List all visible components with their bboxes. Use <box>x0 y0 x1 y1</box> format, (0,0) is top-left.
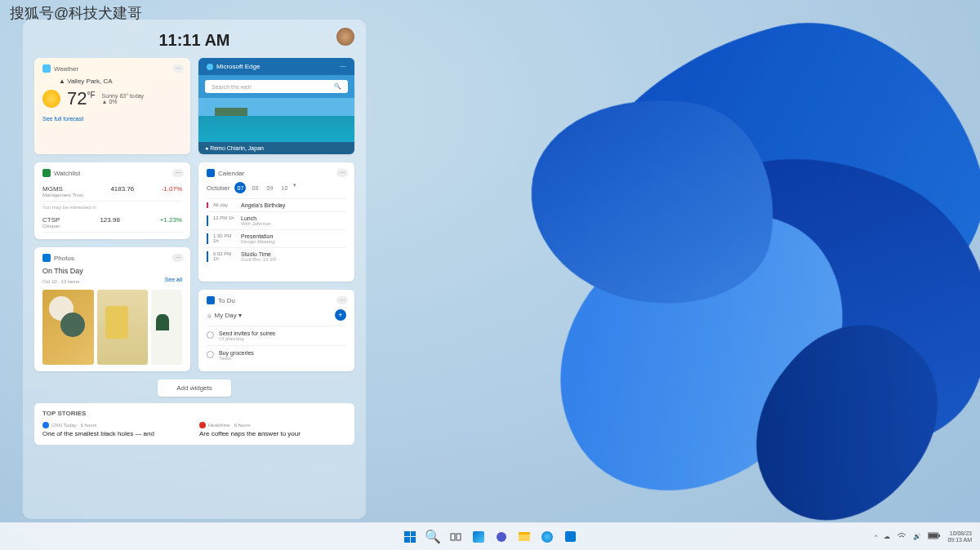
todo-list-selector[interactable]: ☼ My Day ▾ <box>207 312 242 319</box>
calendar-event[interactable]: 6:02 PM 1hStudio TimeConf Rm. 19 2R <box>207 247 346 265</box>
watermark-text: 搜狐号@科技犬建哥 <box>10 3 142 23</box>
panel-clock: 11:11 AM <box>158 31 229 50</box>
calendar-day[interactable]: 08 <box>249 182 261 193</box>
widget-menu-icon[interactable]: ⋯ <box>336 296 348 304</box>
volume-icon[interactable]: 🔊 <box>913 533 921 540</box>
widget-menu-icon[interactable]: ⋯ <box>172 169 184 177</box>
weather-forecast-link[interactable]: See full forecast <box>42 116 182 122</box>
photos-see-all-link[interactable]: See all <box>165 277 182 282</box>
photo-thumbnail[interactable] <box>42 290 94 365</box>
calendar-event[interactable]: 12 PM 1hLunchWith Johnson <box>207 211 346 229</box>
weather-title: Weather <box>54 65 78 73</box>
todo-item[interactable]: Send invites for soireeOf planning <box>207 326 346 345</box>
add-widgets-button[interactable]: Add widgets <box>158 379 231 397</box>
top-stories-widget: TOP STORIES CNN Today · 6 hours One of t… <box>34 403 354 445</box>
add-task-button[interactable]: + <box>335 309 346 321</box>
store-icon[interactable] <box>561 528 579 546</box>
sun-icon <box>42 90 60 108</box>
weather-widget[interactable]: Weather ⋯ ▲ Valley Park, CA 72°F Sunny 8… <box>34 58 190 154</box>
battery-icon[interactable] <box>928 532 941 541</box>
svg-rect-0 <box>451 534 455 540</box>
task-view-icon[interactable] <box>447 528 465 546</box>
calendar-day[interactable]: 10 <box>278 182 290 193</box>
chat-icon[interactable] <box>492 528 510 546</box>
explorer-icon[interactable] <box>515 528 533 546</box>
widgets-panel: 11:11 AM Weather ⋯ ▲ Valley Park, CA 72°… <box>23 20 366 519</box>
calendar-event[interactable]: All dayAngela's Birthday <box>207 198 346 211</box>
photo-thumbnail[interactable] <box>97 290 149 365</box>
chevron-up-icon[interactable]: ^ <box>875 533 878 540</box>
photos-widget[interactable]: Photos ⋯ On This Day Oct 10 · 13 items S… <box>34 247 190 371</box>
search-icon: 🔍 <box>334 83 341 90</box>
calendar-widget[interactable]: Calendar ⋯ October 07 08 09 10 ▾ All day… <box>198 162 354 282</box>
edge-icon[interactable] <box>538 528 556 546</box>
edge-widget[interactable]: Microsoft Edge⋯ Search the web🔍 ● Remo C… <box>198 58 354 154</box>
photos-title: Photos <box>54 255 74 262</box>
todo-item[interactable]: Buy groceriesTasks <box>207 345 346 365</box>
photo-thumbnail[interactable] <box>151 290 182 365</box>
svg-rect-1 <box>457 534 461 540</box>
chevron-down-icon[interactable]: ▾ <box>293 182 296 193</box>
search-input[interactable]: Search the web🔍 <box>205 80 348 93</box>
stock-row[interactable]: MGMSManagement Trust 4183.76 -1.07% <box>42 182 182 202</box>
start-button[interactable] <box>401 528 419 546</box>
stock-row[interactable]: CTSPCitispan 123.98 +1.23% <box>42 213 182 233</box>
svg-point-2 <box>497 532 506 542</box>
beach-image <box>198 98 354 142</box>
stocks-widget[interactable]: Watchlist ⋯ MGMSManagement Trust 4183.76… <box>34 162 190 239</box>
image-caption: ● Remo Chiarin, Japan <box>198 142 354 154</box>
story-item[interactable]: Healthline · 6 hours Are coffee naps the… <box>199 422 346 438</box>
calendar-title: Calendar <box>218 170 244 177</box>
calendar-day[interactable]: 09 <box>264 182 275 193</box>
todo-widget[interactable]: To Do ⋯ ☼ My Day ▾ + Send invites for so… <box>198 290 354 371</box>
weather-desc: Sunny 83° today <box>102 93 144 99</box>
user-avatar[interactable] <box>336 28 354 46</box>
edge-title: Microsoft Edge <box>216 63 260 70</box>
onedrive-icon[interactable]: ☁ <box>884 533 890 540</box>
weather-temp: 72°F <box>67 88 96 109</box>
svg-rect-4 <box>929 534 938 538</box>
taskbar: 🔍 ^ ☁ 🔊 10/08/23 09:13 AM <box>0 522 980 550</box>
wifi-icon[interactable] <box>897 532 906 542</box>
search-icon[interactable]: 🔍 <box>424 528 442 546</box>
calendar-event[interactable]: 1:30 PM 1hPresentationDesign Meeting <box>207 229 346 247</box>
calendar-day[interactable]: 07 <box>234 182 246 193</box>
svg-rect-5 <box>938 534 940 537</box>
widget-menu-icon[interactable]: ⋯ <box>172 64 184 73</box>
todo-title: To Do <box>218 297 235 304</box>
system-clock[interactable]: 10/08/23 09:13 AM <box>947 530 972 543</box>
widgets-icon[interactable] <box>470 528 488 546</box>
checkbox-icon[interactable] <box>207 351 214 358</box>
widget-menu-icon[interactable]: ⋯ <box>340 63 346 70</box>
story-item[interactable]: CNN Today · 6 hours One of the smallest … <box>42 422 189 438</box>
weather-location: ▲ Valley Park, CA <box>59 78 182 85</box>
widget-menu-icon[interactable]: ⋯ <box>172 254 184 262</box>
checkbox-icon[interactable] <box>207 331 214 339</box>
stocks-title: Watchlist <box>54 170 80 177</box>
widget-menu-icon[interactable]: ⋯ <box>336 169 348 177</box>
